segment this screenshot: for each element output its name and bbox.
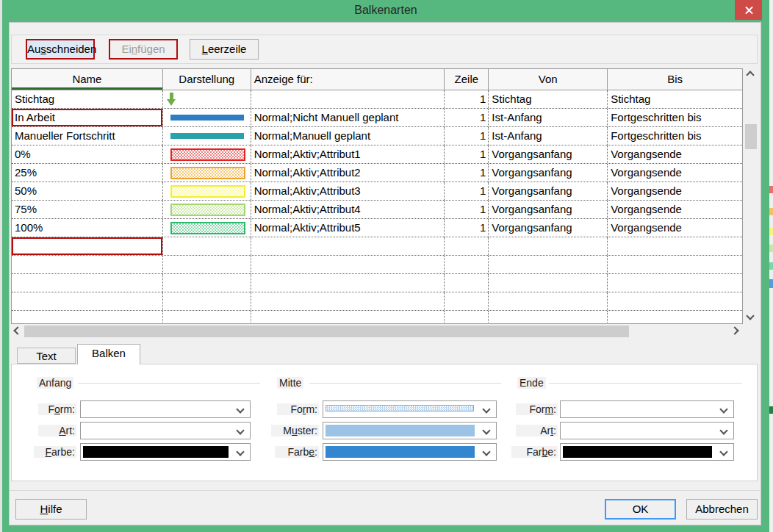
cell-name[interactable]: Manueller Fortschritt <box>12 127 163 145</box>
end-type-dropdown[interactable] <box>560 422 734 439</box>
cell-appearance[interactable] <box>163 201 251 218</box>
cell-name[interactable]: 0% <box>12 145 163 163</box>
table-horizontal-scrollbar[interactable] <box>11 325 743 338</box>
cell-to[interactable]: Vorgangsende <box>608 164 742 181</box>
paste-button[interactable]: Einfügen <box>109 39 178 60</box>
cell-show-for[interactable]: Normal;Manuell geplant <box>251 127 445 145</box>
tab-text[interactable]: Text <box>17 348 76 364</box>
start-color-dropdown[interactable] <box>80 443 251 461</box>
titlebar[interactable]: Balkenarten <box>2 0 769 22</box>
table-row-75pct[interactable]: 75% Normal;Aktiv;Attribut4 1 Vorgangsanf… <box>12 201 742 219</box>
header-show-for[interactable]: Anzeige für: <box>251 69 445 90</box>
cell-row-number[interactable]: 1 <box>445 127 489 145</box>
cell-empty[interactable] <box>12 311 163 324</box>
cell-to[interactable]: Vorgangsende <box>608 219 742 237</box>
scroll-down-button[interactable] <box>744 312 757 324</box>
header-from[interactable]: Von <box>489 69 608 90</box>
cell-from[interactable]: Stichtag <box>489 90 608 108</box>
cell-row-number[interactable]: 1 <box>445 145 489 163</box>
horizontal-scroll-thumb[interactable] <box>24 326 629 337</box>
cell-row-number[interactable]: 1 <box>445 109 489 126</box>
cell-empty[interactable] <box>163 292 251 310</box>
table-row-empty[interactable] <box>12 292 742 311</box>
cell-appearance[interactable] <box>163 164 251 181</box>
cell-appearance[interactable] <box>163 145 251 163</box>
cancel-button[interactable]: Abbrechen <box>686 499 758 520</box>
table-row-empty[interactable] <box>12 274 742 292</box>
cell-appearance[interactable] <box>163 109 251 126</box>
cell-empty[interactable] <box>608 292 742 310</box>
help-button[interactable]: Hilfe <box>15 499 87 520</box>
cell-appearance[interactable] <box>163 182 251 200</box>
cell-empty[interactable] <box>163 274 251 292</box>
header-row[interactable]: Zeile <box>445 69 489 90</box>
header-name[interactable]: Name <box>12 69 163 90</box>
cell-row-number[interactable]: 1 <box>445 90 489 108</box>
cell-row-number[interactable]: 1 <box>445 182 489 200</box>
cell-row-number[interactable]: 1 <box>445 219 489 237</box>
cell-show-for[interactable]: Normal;Nicht Manuell geplant <box>251 109 445 126</box>
cell-empty[interactable] <box>489 292 608 310</box>
cell-appearance[interactable] <box>163 90 251 108</box>
cell-from[interactable]: Vorgangsanfang <box>489 182 608 200</box>
cell-show-for[interactable] <box>251 90 445 108</box>
ok-button[interactable]: OK <box>605 499 676 520</box>
cell-empty[interactable] <box>608 274 742 292</box>
vertical-scroll-thumb[interactable] <box>745 124 757 149</box>
cell-to[interactable]: Vorgangsende <box>608 145 742 163</box>
cell-empty[interactable] <box>445 311 489 324</box>
scroll-up-button[interactable] <box>744 68 757 81</box>
cell-empty[interactable] <box>251 256 445 273</box>
header-to[interactable]: Bis <box>608 69 742 90</box>
cell-to[interactable]: Vorgangsende <box>608 201 742 218</box>
middle-pattern-dropdown[interactable] <box>323 422 497 439</box>
cell-empty[interactable] <box>489 311 608 324</box>
cell-show-for[interactable] <box>251 237 445 255</box>
table-vertical-scrollbar[interactable] <box>744 68 758 324</box>
table-row-50pct[interactable]: 50% Normal;Aktiv;Attribut3 1 Vorgangsanf… <box>12 182 742 201</box>
cell-appearance[interactable] <box>163 237 251 255</box>
cell-from[interactable]: Vorgangsanfang <box>489 201 608 218</box>
table-row-0pct[interactable]: 0% Normal;Aktiv;Attribut1 1 Vorgangsanfa… <box>12 145 742 164</box>
table-row-100pct[interactable]: 100% Normal;Aktiv;Attribut5 1 Vorgangsan… <box>12 219 742 237</box>
cell-row-number[interactable]: 1 <box>445 164 489 181</box>
cell-from[interactable]: Vorgangsanfang <box>489 145 608 163</box>
cell-show-for[interactable]: Normal;Aktiv;Attribut4 <box>251 201 445 218</box>
insert-blank-row-button[interactable]: Leerzeile <box>190 39 259 60</box>
cell-empty[interactable] <box>251 274 445 292</box>
cell-from[interactable]: Ist-Anfang <box>489 127 608 145</box>
scroll-right-button[interactable] <box>730 325 743 337</box>
cell-name[interactable]: 100% <box>12 219 163 237</box>
cell-empty[interactable] <box>12 292 163 310</box>
cell-empty[interactable] <box>489 274 608 292</box>
cell-empty[interactable] <box>12 274 163 292</box>
cell-empty[interactable] <box>251 311 445 324</box>
table-row-empty[interactable] <box>12 311 742 324</box>
cell-show-for[interactable]: Normal;Aktiv;Attribut2 <box>251 164 445 181</box>
cell-empty[interactable] <box>445 256 489 273</box>
cell-empty[interactable] <box>163 256 251 273</box>
middle-form-dropdown[interactable] <box>323 400 497 418</box>
cell-empty[interactable] <box>445 292 489 310</box>
cell-to[interactable]: Vorgangsende <box>608 182 742 200</box>
start-form-dropdown[interactable] <box>80 400 251 418</box>
cell-name[interactable]: 25% <box>12 164 163 181</box>
cell-empty[interactable] <box>251 292 445 310</box>
cut-button[interactable]: Ausschneiden <box>26 39 95 60</box>
cell-empty[interactable] <box>12 256 163 273</box>
cell-appearance[interactable] <box>163 219 251 237</box>
cell-to[interactable]: Fortgeschritten bis <box>608 109 742 126</box>
cell-name-selected[interactable]: In Arbeit <box>12 109 163 126</box>
cell-from[interactable] <box>489 237 608 255</box>
cell-to[interactable]: Fortgeschritten bis <box>608 127 742 145</box>
start-type-dropdown[interactable] <box>80 422 251 439</box>
close-button[interactable] <box>735 0 762 20</box>
cell-from[interactable]: Vorgangsanfang <box>489 164 608 181</box>
table-row-manueller-fortschritt[interactable]: Manueller Fortschritt Normal;Manuell gep… <box>12 127 742 145</box>
cell-empty[interactable] <box>608 311 742 324</box>
table-row-25pct[interactable]: 25% Normal;Aktiv;Attribut2 1 Vorgangsanf… <box>12 164 742 182</box>
end-form-dropdown[interactable] <box>560 400 734 418</box>
cell-show-for[interactable]: Normal;Aktiv;Attribut3 <box>251 182 445 200</box>
cell-to[interactable] <box>608 237 742 255</box>
cell-row-number[interactable]: 1 <box>445 201 489 218</box>
